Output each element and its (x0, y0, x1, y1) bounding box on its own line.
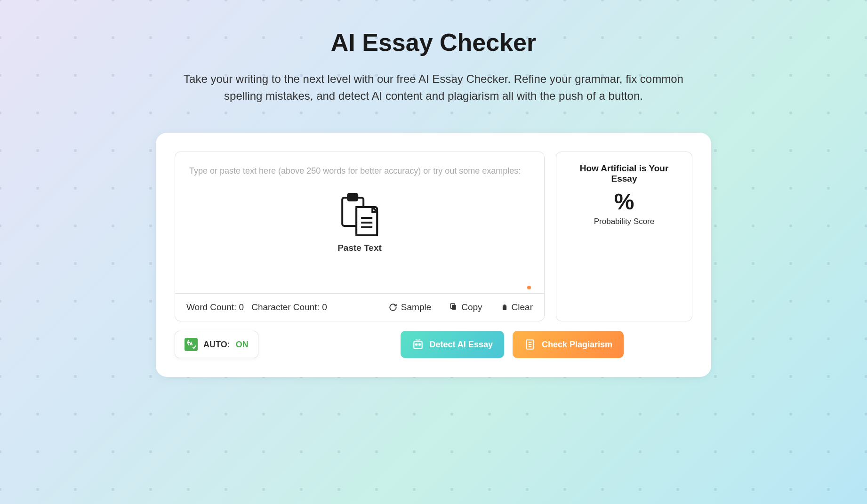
svg-point-11 (418, 344, 420, 345)
paste-text-label: Paste Text (337, 243, 382, 253)
main-card: Type or paste text here (above 250 words… (156, 133, 711, 377)
clear-button[interactable]: Clear (501, 302, 533, 312)
copy-icon (450, 303, 458, 312)
page-subtitle: Take your writing to the next level with… (175, 71, 692, 104)
auto-status: ON (236, 340, 249, 350)
text-editor-area[interactable]: Type or paste text here (above 250 words… (175, 152, 544, 293)
ai-detect-icon (412, 338, 424, 351)
character-count: Character Count: 0 (251, 302, 327, 312)
spellcheck-icon (185, 338, 198, 351)
page-title: AI Essay Checker (331, 28, 537, 56)
copy-button[interactable]: Copy (450, 302, 482, 312)
paste-text-button[interactable]: Paste Text (337, 192, 382, 253)
detect-ai-button[interactable]: Detect AI Essay (401, 331, 504, 358)
svg-rect-8 (503, 306, 506, 310)
editor-panel: Type or paste text here (above 250 words… (175, 152, 545, 321)
probability-label: Probability Score (568, 217, 681, 226)
results-title: How Artificial is Your Essay (568, 163, 681, 184)
clipboard-paste-icon (338, 192, 381, 239)
auto-toggle[interactable]: AUTO: ON (175, 331, 258, 358)
results-panel: How Artificial is Your Essay % Probabili… (556, 152, 692, 321)
svg-rect-6 (452, 305, 456, 310)
svg-rect-1 (348, 194, 357, 200)
refresh-icon (389, 303, 397, 312)
check-plagiarism-button[interactable]: Check Plagiarism (513, 331, 624, 358)
document-check-icon (524, 338, 536, 351)
trash-icon (501, 303, 508, 312)
svg-rect-9 (414, 342, 422, 349)
resize-handle-dot (527, 286, 531, 289)
svg-point-10 (416, 344, 417, 345)
auto-label: AUTO: (203, 340, 230, 350)
percent-score: % (568, 191, 681, 213)
editor-placeholder: Type or paste text here (above 250 words… (189, 166, 521, 176)
sample-button[interactable]: Sample (389, 302, 431, 312)
word-count: Word Count: 0 (186, 302, 244, 312)
editor-footer: Word Count: 0 Character Count: 0 (175, 293, 544, 321)
